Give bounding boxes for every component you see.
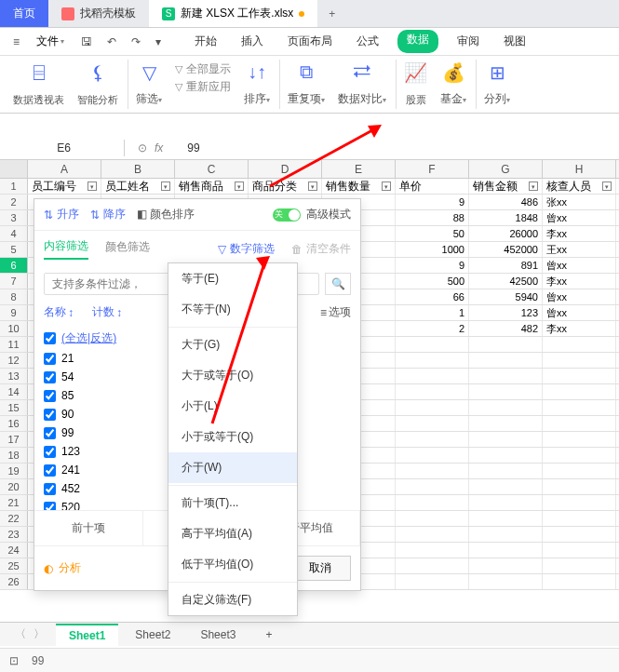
cell-e1[interactable]: 销售数量▾ bbox=[322, 179, 396, 194]
tab-template[interactable]: 找稻壳模板 bbox=[48, 0, 149, 27]
cell-g1[interactable]: 销售金额▾ bbox=[469, 179, 543, 194]
cell[interactable]: 50 bbox=[396, 226, 469, 241]
sort-desc-button[interactable]: ⇅ 降序 bbox=[90, 207, 126, 222]
row-header[interactable]: 16 bbox=[0, 416, 28, 431]
cell[interactable]: 曾xx bbox=[543, 258, 616, 273]
cell[interactable] bbox=[543, 337, 616, 352]
cell[interactable] bbox=[396, 384, 469, 399]
cell[interactable]: 66 bbox=[396, 289, 469, 304]
row-header[interactable]: 3 bbox=[0, 210, 28, 225]
cell[interactable]: 曾xx bbox=[543, 305, 616, 320]
checkbox[interactable] bbox=[44, 371, 56, 383]
ribbon-reapply[interactable]: ▽ 重新应用 bbox=[175, 79, 231, 95]
cell[interactable] bbox=[396, 558, 469, 573]
cell[interactable]: 1 bbox=[396, 305, 469, 320]
submenu-less[interactable]: 小于(L) bbox=[168, 391, 297, 422]
cell[interactable] bbox=[396, 337, 469, 352]
cell[interactable] bbox=[469, 353, 543, 368]
cell[interactable] bbox=[396, 543, 469, 558]
cell[interactable]: 9 bbox=[396, 195, 469, 209]
cell[interactable] bbox=[543, 369, 616, 383]
checkbox[interactable] bbox=[44, 502, 56, 511]
formula-input[interactable]: 99 bbox=[176, 141, 199, 155]
cell[interactable] bbox=[396, 369, 469, 383]
submenu-below-avg[interactable]: 低于平均值(O) bbox=[168, 549, 297, 580]
submenu-top10[interactable]: 前十项(T)... bbox=[168, 488, 297, 518]
advanced-mode-toggle[interactable]: 高级模式 bbox=[273, 207, 351, 222]
cell-b1[interactable]: 员工姓名▾ bbox=[101, 179, 175, 194]
menu-formula[interactable]: 公式 bbox=[351, 30, 384, 53]
sort-asc-button[interactable]: ⇅ 升序 bbox=[44, 207, 79, 222]
checkbox[interactable] bbox=[44, 353, 56, 365]
row-header[interactable]: 22 bbox=[0, 511, 28, 526]
cell[interactable] bbox=[396, 527, 469, 542]
select-all-corner[interactable] bbox=[0, 160, 28, 178]
row-header[interactable]: 5 bbox=[0, 242, 28, 257]
menu-hamburger-icon[interactable]: ≡ bbox=[7, 32, 25, 52]
cell-h1[interactable]: 核查人员▾ bbox=[543, 179, 616, 194]
row-header[interactable]: 15 bbox=[0, 400, 28, 415]
cell[interactable] bbox=[396, 511, 469, 526]
cell[interactable]: 26000 bbox=[469, 226, 543, 241]
new-tab-button[interactable]: + bbox=[317, 0, 346, 27]
menu-file[interactable]: 文件▾ bbox=[29, 30, 72, 53]
cell-a1[interactable]: 员工编号▾ bbox=[28, 179, 101, 194]
cell[interactable] bbox=[543, 558, 616, 573]
checkbox[interactable] bbox=[44, 446, 56, 458]
cell[interactable] bbox=[469, 495, 543, 510]
submenu-less-equal[interactable]: 小于或等于(Q) bbox=[168, 422, 297, 452]
col-header-f[interactable]: F bbox=[396, 160, 469, 178]
menu-view[interactable]: 视图 bbox=[498, 30, 532, 53]
row-header[interactable]: 10 bbox=[0, 321, 28, 336]
cell[interactable] bbox=[543, 353, 616, 368]
color-sort-button[interactable]: ◧ 颜色排序 bbox=[137, 207, 195, 222]
col-name-header[interactable]: 名称 ↕ bbox=[44, 304, 74, 320]
checkbox[interactable] bbox=[44, 483, 56, 495]
cell[interactable] bbox=[469, 511, 543, 526]
row-header[interactable]: 4 bbox=[0, 226, 28, 241]
cell[interactable] bbox=[396, 495, 469, 510]
more-icon[interactable]: ▾ bbox=[150, 32, 167, 52]
row-header-1[interactable]: 1 bbox=[0, 179, 28, 194]
row-header[interactable]: 13 bbox=[0, 369, 28, 383]
cell[interactable] bbox=[543, 416, 616, 431]
cell[interactable] bbox=[469, 543, 543, 558]
row-header[interactable]: 12 bbox=[0, 353, 28, 368]
row-header[interactable]: 21 bbox=[0, 495, 28, 510]
col-count-header[interactable]: 计数 ↕ bbox=[92, 304, 122, 320]
number-filter-button[interactable]: ▽ 数字筛选 bbox=[218, 241, 275, 257]
cell[interactable] bbox=[469, 400, 543, 415]
row-header[interactable]: 18 bbox=[0, 448, 28, 463]
checkbox[interactable] bbox=[44, 332, 56, 344]
redo-icon[interactable]: ↷ bbox=[126, 32, 146, 52]
ribbon-pivot[interactable]: ⌸数据透视表 bbox=[7, 60, 70, 109]
cell[interactable] bbox=[396, 353, 469, 368]
checkbox[interactable] bbox=[44, 390, 56, 402]
cell[interactable] bbox=[469, 369, 543, 383]
cell[interactable] bbox=[469, 384, 543, 399]
col-header-g[interactable]: G bbox=[469, 160, 543, 178]
checkbox[interactable] bbox=[44, 464, 56, 477]
select-all-link[interactable]: 全选 bbox=[65, 331, 87, 344]
ribbon-fund[interactable]: 💰基金▾ bbox=[435, 60, 477, 109]
clear-filter-button[interactable]: 🗑 清空条件 bbox=[291, 241, 351, 257]
submenu-greater-equal[interactable]: 大于或等于(O) bbox=[168, 360, 297, 391]
row-header[interactable]: 26 bbox=[0, 574, 28, 589]
cancel-button[interactable]: 取消 bbox=[289, 556, 351, 581]
cell[interactable]: 482 bbox=[469, 321, 543, 336]
cell[interactable]: 500 bbox=[396, 274, 469, 289]
col-header-d[interactable]: D bbox=[249, 160, 322, 178]
cell[interactable]: 2 bbox=[396, 321, 469, 336]
row-header[interactable]: 9 bbox=[0, 305, 28, 320]
cell[interactable] bbox=[469, 479, 543, 494]
cell[interactable]: 123 bbox=[469, 305, 543, 320]
tab-content-filter[interactable]: 内容筛选 bbox=[44, 238, 88, 260]
cell[interactable] bbox=[543, 574, 616, 589]
row-header[interactable]: 2 bbox=[0, 195, 28, 209]
menu-review[interactable]: 审阅 bbox=[451, 30, 485, 53]
tab-workbook[interactable]: S新建 XLSX 工作表.xlsx bbox=[149, 0, 317, 27]
cell[interactable] bbox=[469, 416, 543, 431]
cell[interactable] bbox=[469, 464, 543, 478]
submenu-custom[interactable]: 自定义筛选(F) bbox=[168, 585, 297, 615]
save-icon[interactable]: 🖫 bbox=[75, 32, 98, 52]
